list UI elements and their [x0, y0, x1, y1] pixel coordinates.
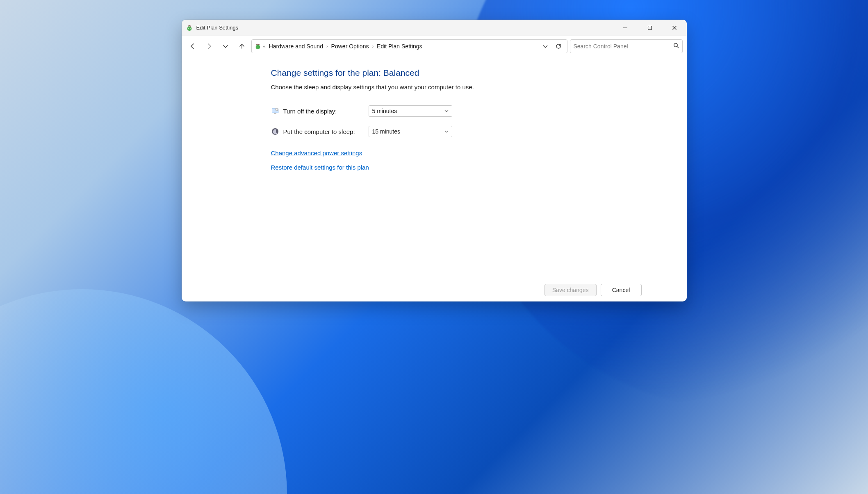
footer: Save changes Cancel — [182, 278, 687, 301]
main: Change settings for the plan: Balanced C… — [182, 57, 687, 278]
chevron-right-icon: › — [372, 44, 374, 49]
svg-point-0 — [187, 26, 191, 31]
address-history-button[interactable] — [539, 41, 551, 52]
advanced-settings-link[interactable]: Change advanced power settings — [271, 150, 362, 156]
back-button[interactable] — [186, 40, 200, 53]
setting-row-display: Turn off the display: 5 minutes — [271, 105, 687, 117]
titlebar: Edit Plan Settings — [182, 20, 687, 36]
page-subtitle: Choose the sleep and display settings th… — [271, 84, 687, 91]
window-title: Edit Plan Settings — [196, 25, 239, 31]
nav-row: « Hardware and Sound › Power Options › E… — [182, 36, 687, 57]
close-button[interactable] — [662, 20, 687, 36]
page-title: Change settings for the plan: Balanced — [271, 68, 687, 78]
content: Change settings for the plan: Balanced C… — [182, 57, 687, 301]
minimize-button[interactable] — [613, 20, 638, 36]
forward-button[interactable] — [202, 40, 216, 53]
refresh-button[interactable] — [552, 41, 565, 52]
chevron-right-icon: › — [326, 44, 328, 49]
svg-point-1 — [188, 27, 189, 28]
svg-line-9 — [677, 46, 679, 48]
breadcrumb-overflow[interactable]: « — [263, 44, 266, 49]
svg-point-8 — [674, 43, 677, 47]
breadcrumb-hardware-and-sound[interactable]: Hardware and Sound — [267, 42, 325, 50]
window-controls — [613, 20, 687, 36]
monitor-icon — [271, 107, 279, 115]
svg-point-7 — [255, 45, 260, 49]
app-icon — [186, 24, 193, 32]
restore-defaults-link[interactable]: Restore default settings for this plan — [271, 164, 369, 171]
breadcrumb-edit-plan-settings[interactable]: Edit Plan Settings — [375, 42, 424, 50]
maximize-button[interactable] — [638, 20, 662, 36]
breadcrumb-power-options[interactable]: Power Options — [330, 42, 371, 50]
up-button[interactable] — [235, 40, 249, 53]
sleep-dropdown[interactable]: 15 minutes — [369, 126, 452, 137]
display-off-label: Turn off the display: — [283, 108, 369, 115]
address-bar[interactable]: « Hardware and Sound › Power Options › E… — [251, 39, 567, 53]
svg-point-2 — [189, 27, 190, 28]
recent-locations-button[interactable] — [219, 40, 232, 53]
control-panel-icon — [254, 43, 262, 50]
svg-rect-12 — [274, 113, 276, 114]
window: Edit Plan Settings — [182, 20, 687, 301]
display-off-dropdown[interactable]: 5 minutes — [369, 105, 452, 117]
search-box[interactable] — [570, 39, 683, 53]
search-input[interactable] — [574, 43, 673, 50]
search-icon[interactable] — [673, 43, 679, 50]
moon-icon — [271, 127, 279, 136]
cancel-button[interactable]: Cancel — [601, 284, 642, 296]
setting-row-sleep: Put the computer to sleep: 15 minutes — [271, 126, 687, 137]
save-changes-button[interactable]: Save changes — [544, 284, 597, 296]
sleep-label: Put the computer to sleep: — [283, 128, 369, 135]
svg-rect-4 — [648, 26, 652, 29]
